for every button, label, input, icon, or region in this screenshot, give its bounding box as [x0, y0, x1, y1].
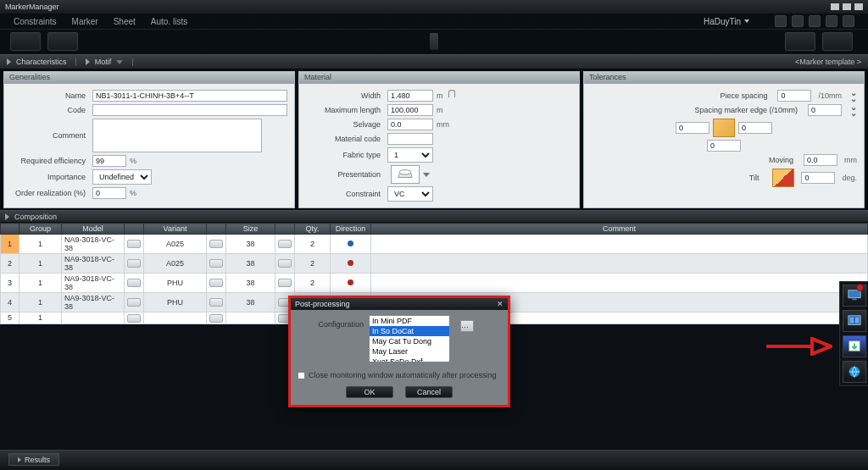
variant-picker-button[interactable] — [209, 259, 223, 268]
size-picker-button[interactable] — [278, 259, 292, 268]
label-order-realization: Order realization (%) — [11, 189, 92, 197]
right-dock — [839, 281, 868, 386]
menu-marker[interactable]: Marker — [72, 17, 98, 26]
util-icon-1[interactable] — [775, 15, 787, 27]
configuration-option[interactable]: In So DoCat — [370, 326, 449, 336]
util-icon-2[interactable] — [792, 15, 804, 27]
close-icon[interactable] — [854, 3, 863, 10]
model-picker-button[interactable] — [127, 298, 141, 307]
variant-picker-button[interactable] — [209, 279, 223, 287]
chevron-down-icon[interactable] — [423, 173, 430, 177]
marker-template-link[interactable]: <Marker template > — [795, 58, 861, 66]
triangle-right-icon[interactable] — [7, 58, 11, 65]
configuration-option[interactable]: May Laser — [370, 346, 449, 357]
menu-autolists[interactable]: Auto. lists — [151, 17, 187, 26]
expand-icon[interactable]: ⌄⌄ — [850, 104, 857, 116]
direction-dot-icon[interactable] — [348, 279, 353, 285]
input-spacing-edge[interactable] — [808, 104, 842, 116]
model-picker-button[interactable] — [127, 240, 141, 248]
input-moving[interactable] — [804, 154, 837, 166]
lock-icon[interactable] — [448, 90, 455, 97]
model-picker-button[interactable] — [127, 279, 141, 287]
table-row[interactable]: 21NA9-3018-VC-38A025382 — [1, 254, 868, 274]
section-composition-head[interactable]: Composition — [0, 210, 868, 223]
input-comment[interactable] — [92, 119, 262, 152]
variant-picker-button[interactable] — [209, 298, 223, 307]
variant-picker-button[interactable] — [209, 314, 223, 323]
chevron-down-icon[interactable] — [116, 60, 123, 64]
col-variant[interactable]: Variant — [144, 224, 207, 235]
input-gap-bottom[interactable] — [707, 140, 741, 152]
table-row[interactable]: 11NA9-3018-VC-38A025382 — [1, 235, 868, 254]
input-max-length[interactable] — [387, 104, 433, 116]
configuration-options-button[interactable]: … — [460, 320, 474, 332]
spacing-thumb-icon[interactable] — [713, 119, 735, 137]
input-gap-right[interactable] — [738, 122, 772, 134]
configuration-option[interactable]: In Mini PDF — [370, 316, 449, 326]
label-piece-spacing: Piece spacing — [720, 91, 774, 100]
model-picker-button[interactable] — [127, 259, 141, 268]
configuration-option[interactable]: May Cat Tu Dong — [370, 336, 449, 346]
col-model[interactable]: Model — [62, 224, 125, 235]
menu-sheet[interactable]: Sheet — [114, 17, 136, 26]
subheader-motif[interactable]: Motif — [95, 58, 112, 66]
input-required-efficiency[interactable] — [92, 155, 126, 167]
util-icon-3[interactable] — [809, 15, 821, 27]
auto-close-checkbox[interactable]: Close monitoring window automatically af… — [298, 371, 501, 379]
user-dropdown[interactable]: HaDuyTin — [704, 17, 749, 26]
select-constraint[interactable]: VC — [387, 186, 433, 202]
input-selvage[interactable] — [387, 119, 433, 130]
col-group[interactable]: Group — [19, 224, 62, 235]
dock-btn-export[interactable] — [843, 335, 866, 357]
input-code[interactable] — [92, 104, 287, 116]
input-name[interactable] — [92, 90, 287, 102]
util-icon-5[interactable] — [843, 15, 854, 27]
col-qty[interactable]: Qty. — [295, 224, 331, 235]
panels-row: Generalities Name Code Comment Required … — [0, 69, 868, 210]
svg-point-0 — [399, 170, 411, 174]
col-comment[interactable]: Comment — [371, 224, 868, 235]
dock-btn-layout[interactable] — [843, 310, 866, 332]
panel-generalities: Generalities Name Code Comment Required … — [3, 71, 295, 208]
label-comment: Comment — [11, 131, 92, 140]
table-row[interactable]: 31NA9-3018-VC-38PHU382 — [1, 274, 868, 293]
tool-group-b2[interactable] — [822, 32, 853, 51]
close-icon[interactable]: ✕ — [497, 300, 504, 308]
dock-btn-globe[interactable] — [843, 361, 866, 383]
select-importance[interactable]: Undefined — [92, 169, 152, 185]
tool-group-a1[interactable] — [10, 32, 41, 51]
input-gap-left[interactable] — [676, 122, 709, 134]
dialog-title-bar[interactable]: Post-processing ✕ — [291, 298, 508, 310]
input-order-realization — [92, 187, 126, 199]
direction-dot-icon[interactable] — [348, 260, 353, 266]
ok-button[interactable]: OK — [346, 386, 393, 398]
input-material-code[interactable] — [387, 133, 433, 145]
triangle-right-icon[interactable] — [86, 58, 90, 65]
configuration-option[interactable]: Xuat SoDo Dxf — [370, 357, 449, 362]
model-picker-button[interactable] — [127, 314, 141, 323]
minimize-icon[interactable] — [831, 3, 839, 10]
variant-picker-button[interactable] — [209, 240, 223, 248]
subheader-characteristics[interactable]: Characteristics — [16, 58, 67, 66]
tilt-thumb-icon[interactable] — [772, 169, 794, 187]
col-size[interactable]: Size — [226, 224, 275, 235]
size-picker-button[interactable] — [278, 279, 292, 287]
maximize-icon[interactable] — [843, 3, 851, 10]
input-piece-spacing[interactable] — [777, 90, 811, 102]
menu-constraints[interactable]: Constraints — [14, 17, 57, 26]
util-icon-4[interactable] — [826, 15, 837, 27]
tool-group-b1[interactable] — [785, 32, 815, 51]
tool-group-a2[interactable] — [47, 32, 78, 51]
toolstrip-grip-icon[interactable] — [430, 33, 438, 50]
size-picker-button[interactable] — [278, 240, 292, 248]
select-fabric-type[interactable]: 1 — [387, 147, 433, 163]
expand-icon[interactable]: ⌄⌄ — [850, 90, 857, 102]
cancel-button[interactable]: Cancel — [405, 386, 453, 398]
input-width[interactable] — [387, 90, 433, 102]
col-direction[interactable]: Direction — [331, 224, 371, 235]
direction-dot-icon[interactable] — [348, 241, 353, 246]
input-tilt[interactable] — [801, 172, 835, 184]
tab-results[interactable]: Results — [8, 453, 59, 466]
presentation-thumb[interactable] — [391, 165, 420, 184]
configuration-list[interactable]: In Mini PDFIn So DoCatMay Cat Tu DongMay… — [369, 315, 450, 362]
